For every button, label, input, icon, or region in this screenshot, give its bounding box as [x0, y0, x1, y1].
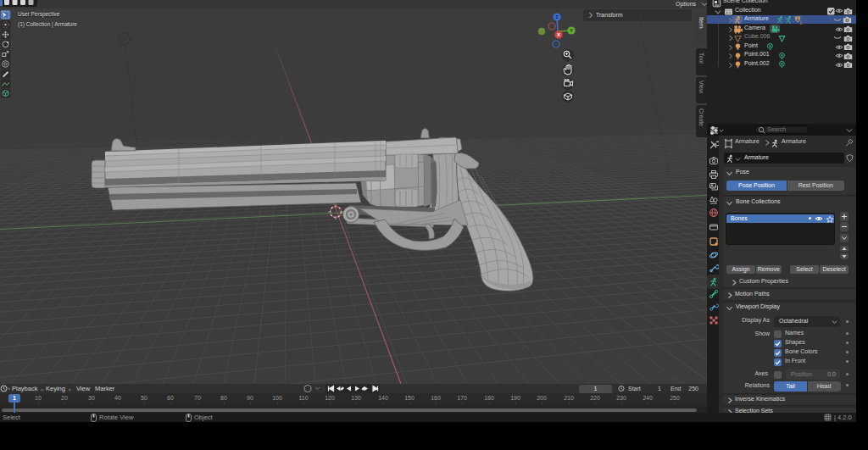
svg-text:1: 1	[800, 20, 803, 25]
svg-text:Y: Y	[570, 28, 573, 33]
svg-text:Z: Z	[555, 14, 559, 19]
svg-text:X: X	[557, 32, 560, 37]
